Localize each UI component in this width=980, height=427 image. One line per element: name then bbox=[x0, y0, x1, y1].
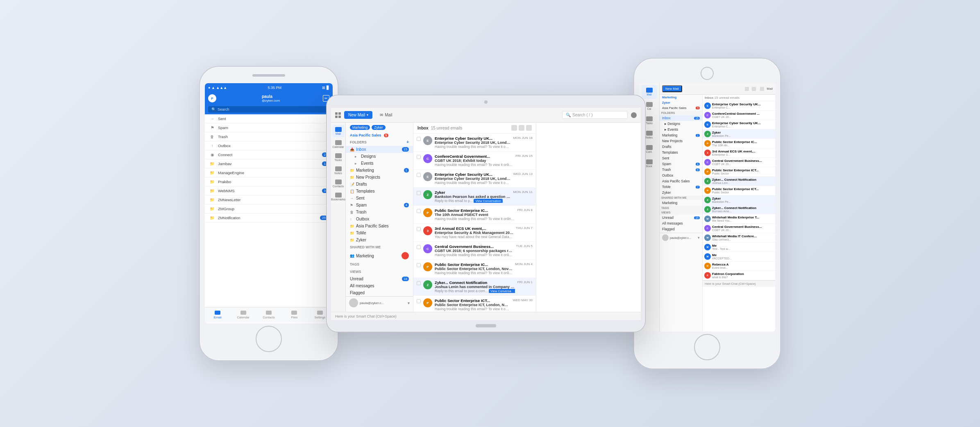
folder-spam[interactable]: ⚑ Spam 4 bbox=[346, 202, 413, 209]
pr-zyker-tag[interactable]: Zyker bbox=[660, 100, 702, 105]
email-checkbox[interactable] bbox=[417, 173, 421, 177]
sidebar-icon-mail[interactable]: Mail bbox=[332, 125, 345, 137]
folder-outbox[interactable]: ↑ Outbox bbox=[346, 216, 413, 223]
folder-new-projects[interactable]: 📁 New Projects bbox=[346, 174, 413, 181]
search-box[interactable]: 🔍 Search ( / ) bbox=[562, 111, 628, 119]
asia-pacific-item[interactable]: Asia Pacific Sales 5 bbox=[346, 132, 413, 138]
email-item[interactable]: E Enterprise Cyber Security UK... Enterp… bbox=[413, 134, 536, 152]
nav-webnms[interactable]: 📁 WebNMS 3 bbox=[205, 186, 333, 195]
pr-aps2[interactable]: Asia Pacific Sales bbox=[660, 178, 702, 184]
pr-email-item[interactable]: M Me Test - Test w... bbox=[703, 243, 775, 252]
nav-zmgroup[interactable]: 📁 ZMGroup bbox=[205, 204, 333, 214]
pr-email-item[interactable]: P Public Sector Enterprise IC... The 10t… bbox=[703, 139, 775, 148]
folder-drafts[interactable]: 📝 Drafts bbox=[346, 181, 413, 188]
email-item[interactable]: Z Zyker Bankston Pearson has asked a que… bbox=[413, 188, 536, 206]
pr-email-item[interactable]: P Public Sector Enterprise ICT... Public… bbox=[703, 186, 775, 195]
pr-templates[interactable]: Templates bbox=[660, 150, 702, 155]
pr-designs[interactable]: ▸ Designs bbox=[660, 121, 702, 127]
pr-email-item[interactable]: Z Zyker Bankston Pe... bbox=[703, 195, 775, 205]
view-all[interactable]: All messages bbox=[346, 282, 413, 289]
pr-dropdown-icon[interactable]: ▾ bbox=[698, 236, 700, 240]
email-item[interactable]: Z Zyker... Connect Notification Joshua L… bbox=[413, 278, 536, 296]
folder-marketing[interactable]: 📁 Marketing 1 bbox=[346, 167, 413, 174]
sidebar-icon-calendar[interactable]: Calendar bbox=[332, 138, 345, 150]
folder-designs[interactable]: ▸ Designs bbox=[346, 153, 413, 160]
pr-spam[interactable]: Spam 4 bbox=[660, 161, 702, 167]
settings-icon[interactable] bbox=[511, 125, 517, 131]
email-checkbox[interactable] bbox=[417, 263, 421, 267]
pr-email-item[interactable]: C Central Government Business... CGBT UK… bbox=[703, 158, 775, 167]
pr-marketing[interactable]: Marketing 1 bbox=[660, 132, 702, 138]
folder-templates[interactable]: 📋 Templates bbox=[346, 188, 413, 195]
pr-zyker2[interactable]: Zyker bbox=[660, 190, 702, 195]
pr-new-mail-button[interactable]: New Mail bbox=[662, 85, 682, 92]
email-checkbox[interactable] bbox=[417, 191, 421, 195]
zyker-tag[interactable]: Zyker bbox=[372, 125, 385, 130]
sidebar-icon-notes[interactable]: Notes bbox=[332, 164, 345, 177]
pr-email-item[interactable]: C Central Government Business... CGBT UK… bbox=[703, 224, 775, 233]
pr-icon-mail[interactable]: Mail bbox=[642, 85, 657, 99]
pr-inbox[interactable]: Inbox 15 bbox=[660, 115, 702, 121]
dropdown-icon[interactable]: ▾ bbox=[408, 301, 410, 305]
folder-aps[interactable]: 📁 Asia Pacific Sales bbox=[346, 223, 413, 229]
nav-jambav[interactable]: 📁 Jambav 1 bbox=[205, 159, 333, 168]
email-item[interactable]: 3 3rd Annual ECS UK event,... Enterprise… bbox=[413, 224, 536, 242]
pr-email-item[interactable]: 3 3rd Annual ECS UK event,... Enterprise… bbox=[703, 148, 775, 158]
nav-connect[interactable]: ◉ Connect 2 bbox=[205, 150, 333, 159]
email-checkbox[interactable] bbox=[417, 299, 421, 303]
nav-spam[interactable]: ⚑ Spam bbox=[205, 123, 333, 132]
nav-outbox[interactable]: ↑ Outbox bbox=[205, 141, 333, 150]
pr-email-item[interactable]: E Enterprise Cyber Security UK... Enterp… bbox=[703, 101, 775, 111]
nav-sent[interactable]: → Sent bbox=[205, 114, 333, 123]
pr-view-all[interactable]: All messages bbox=[660, 220, 702, 226]
folder-sent[interactable]: → Sent bbox=[346, 195, 413, 202]
sidebar-icon-contacts[interactable]: Contacts bbox=[332, 177, 345, 190]
tab-files[interactable]: Files bbox=[281, 311, 307, 319]
sort-icon[interactable] bbox=[526, 125, 532, 131]
folder-tome[interactable]: 📁 ToMe bbox=[346, 229, 413, 236]
view-conversation-button[interactable]: View Conversation bbox=[474, 199, 502, 203]
folder-trash[interactable]: 🗑 Trash bbox=[346, 209, 413, 216]
pr-shared-marketing[interactable]: Marketing bbox=[660, 200, 702, 206]
pr-email-item[interactable]: Z Zyker Bankston Pe... bbox=[703, 129, 775, 139]
pr-email-item[interactable]: P Public Sector Enterprise ICT... Public… bbox=[703, 167, 775, 177]
folder-zyker[interactable]: 📁 Zyker bbox=[346, 236, 413, 243]
pr-email-item[interactable]: Z Zyker... Connect Notification Burrows … bbox=[703, 205, 775, 214]
tab-email[interactable]: Email bbox=[205, 311, 230, 319]
mic-icon[interactable] bbox=[631, 112, 637, 118]
filter-icon[interactable] bbox=[519, 125, 524, 131]
tab-calendar[interactable]: Calendar bbox=[230, 311, 256, 319]
pr-trash[interactable]: Trash 6 bbox=[660, 167, 702, 173]
marketing-tag[interactable]: Marketing bbox=[350, 125, 370, 130]
email-checkbox[interactable] bbox=[417, 137, 421, 141]
pr-email-item[interactable]: W Whitehall Media IT Confere... Stay con… bbox=[703, 233, 775, 243]
pr-new-projects[interactable]: New Projects bbox=[660, 138, 702, 144]
nav-trash[interactable]: 🗑 Trash bbox=[205, 132, 333, 141]
view-conversation-button[interactable]: View Conversation bbox=[489, 289, 515, 293]
email-checkbox[interactable] bbox=[417, 209, 421, 213]
pr-email-item[interactable]: M Me #ACCEPTED... bbox=[703, 252, 775, 261]
nav-manageengine[interactable]: 📁 ManageEngine bbox=[205, 168, 333, 177]
pr-drafts[interactable]: Drafts bbox=[660, 144, 702, 150]
email-item[interactable]: P Public Sector Enterprise IC... Public … bbox=[413, 260, 536, 278]
pr-events[interactable]: ▸ Events bbox=[660, 127, 702, 132]
grid-icon[interactable] bbox=[335, 112, 341, 118]
pr-sort-icon[interactable] bbox=[752, 87, 756, 91]
nav-zmnotification[interactable]: 📁 ZMNotification 25 bbox=[205, 214, 333, 223]
email-item[interactable]: C Central Government Business... CGBT UK… bbox=[413, 242, 536, 260]
nav-zmnewsletter[interactable]: 📁 ZMNewsLetter bbox=[205, 195, 333, 204]
tab-contacts[interactable]: Contacts bbox=[256, 311, 281, 319]
sidebar-icon-tasks[interactable]: Tasks bbox=[332, 151, 345, 164]
email-item[interactable]: C ConfereCentral Government... CGBT UK 2… bbox=[413, 152, 536, 170]
pr-aps[interactable]: Asia Pacific Sales 5 bbox=[660, 105, 702, 111]
pr-email-item[interactable]: R Rebecca A Event Invit... bbox=[703, 261, 775, 271]
pr-email-item[interactable]: W Whitehall Media Enterprise T... We Nee… bbox=[703, 214, 775, 224]
pr-filter-icon[interactable] bbox=[745, 87, 749, 91]
view-flagged[interactable]: Flagged bbox=[346, 289, 413, 296]
email-checkbox[interactable] bbox=[417, 155, 421, 159]
nav-prakibo[interactable]: 📁 Prakibo bbox=[205, 177, 333, 186]
email-item[interactable]: P Public Sector Enterprise ICT... Public… bbox=[413, 296, 536, 312]
add-folder-icon[interactable]: + bbox=[406, 140, 409, 144]
pr-view-flagged[interactable]: Flagged bbox=[660, 226, 702, 232]
folder-events[interactable]: ▸ Events bbox=[346, 160, 413, 167]
